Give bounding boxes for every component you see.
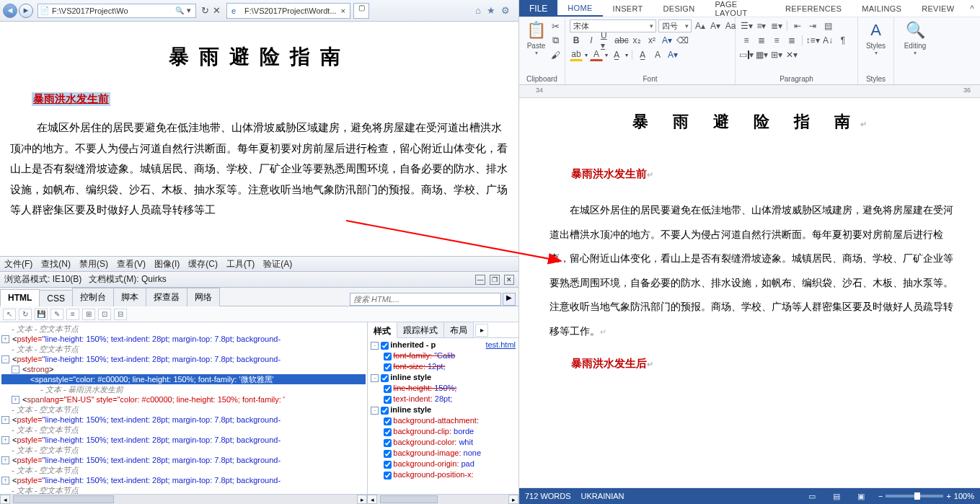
devtools-styles-panel[interactable]: -inherited - p test.html font-family: "C… <box>368 338 518 494</box>
shrink-font-icon[interactable]: A▾ <box>709 19 722 32</box>
dt-wrap-icon[interactable]: ≡ <box>66 309 79 320</box>
highlight-color-icon[interactable]: ab <box>570 48 583 61</box>
word-document-viewport[interactable]: 暴 雨 避 险 指 南↵ 暴雨洪水发生前↵ 在城区外居住的居民要避免在低洼地带、… <box>519 98 980 488</box>
dt-doc-mode[interactable]: 文档模式(M): Quirks <box>89 273 166 286</box>
asian-layout-icon[interactable]: ✕▾ <box>785 48 798 61</box>
snap-grid-icon[interactable]: ⊞▾ <box>770 48 783 61</box>
dt-restore-icon[interactable]: ❐ <box>490 275 500 285</box>
style-prop-toggle[interactable] <box>384 385 392 393</box>
ie-search-go-icon[interactable]: 🔍 <box>175 6 184 14</box>
ie-address-dropdown[interactable]: ▾ <box>184 6 194 15</box>
sort-icon[interactable]: A↓ <box>821 34 834 47</box>
status-word-count[interactable]: 712 WORDS <box>525 492 571 500</box>
phonetic-guide-icon[interactable]: A <box>651 48 664 61</box>
view-read-icon[interactable]: ▭ <box>805 492 819 501</box>
dt-collapse-icon[interactable]: ⊡ <box>98 309 111 320</box>
word-editing-button[interactable]: 🔍 Editing▾ <box>901 19 929 56</box>
border-icon[interactable]: ▦▾ <box>755 48 768 61</box>
style-prop-toggle[interactable] <box>384 353 392 361</box>
char-border-icon[interactable]: A▾ <box>666 48 679 61</box>
devtools-h-scrollbar[interactable]: ◂▸ ◂▸ <box>0 494 518 504</box>
dt-browser-mode[interactable]: 浏览器模式: IE10(B) <box>4 273 81 286</box>
style-prop-toggle[interactable] <box>384 472 392 479</box>
word-font-size-select[interactable]: 四号 <box>658 19 692 32</box>
dt-menu-find[interactable]: 查找(N) <box>41 258 71 270</box>
word-paste-button[interactable]: 📋 Paste ▾ <box>523 19 550 61</box>
word-tab-review[interactable]: REVIEW <box>911 0 964 17</box>
style-prop-toggle[interactable] <box>384 396 392 404</box>
dt-menu-verify[interactable]: 验证(A) <box>263 258 292 270</box>
align-left-icon[interactable]: ≡ <box>740 34 753 47</box>
bold-button[interactable]: B <box>570 34 583 47</box>
ie-refresh-icon[interactable]: ↻ <box>199 5 211 17</box>
dt-search-input[interactable] <box>350 293 501 306</box>
increase-indent-icon[interactable]: ⇥ <box>806 19 819 32</box>
ie-address-bar[interactable]: 📄 F:\VS2017Project\Wo 🔍 ▾ <box>37 4 196 18</box>
dt-side-tab-trace[interactable]: 跟踪样式 <box>397 322 444 337</box>
dt-side-more-icon[interactable]: ▸ <box>475 324 488 337</box>
dt-menu-view[interactable]: 查看(V) <box>117 258 146 270</box>
copy-icon[interactable]: ⧉ <box>550 35 562 46</box>
dt-search-go-button[interactable]: ▶ <box>503 293 516 306</box>
line-spacing-icon[interactable]: ↕≡▾ <box>806 34 819 47</box>
clear-format-icon[interactable]: ⌫ <box>676 34 689 47</box>
dt-clear-icon[interactable]: ⊟ <box>114 309 127 320</box>
style-prop-toggle[interactable] <box>384 428 392 436</box>
word-tab-insert[interactable]: INSERT <box>603 0 653 17</box>
dt-edit-icon[interactable]: ✎ <box>50 309 63 320</box>
dt-menu-file[interactable]: 文件(F) <box>4 258 32 270</box>
grow-font-icon[interactable]: A▴ <box>694 19 707 32</box>
dt-tab-html[interactable]: HTML <box>0 289 40 306</box>
ie-home-icon[interactable]: ⌂ <box>475 5 481 16</box>
align-center-icon[interactable]: ≣ <box>755 34 768 47</box>
devtools-dom-tree[interactable]: - 文本 - 空文本节点 +<p style="line-height: 150… <box>0 322 367 494</box>
ie-new-tab-button[interactable]: ▢ <box>353 3 369 19</box>
word-tab-design[interactable]: DESIGN <box>653 0 705 17</box>
text-effects-icon[interactable]: A▾ <box>661 34 674 47</box>
word-font-name-select[interactable]: 宋体 <box>570 19 656 32</box>
word-ribbon-collapse-icon[interactable]: ^ <box>964 0 980 17</box>
style-prop-toggle[interactable] <box>384 450 392 458</box>
ie-settings-icon[interactable]: ⚙ <box>501 5 510 16</box>
dt-save-icon[interactable]: 💾 <box>35 309 48 320</box>
font-color-icon[interactable]: A <box>590 48 603 61</box>
status-language[interactable]: UKRAINIAN <box>581 492 624 500</box>
dt-tab-network[interactable]: 网络 <box>187 288 220 306</box>
style-prop-toggle[interactable] <box>384 363 392 371</box>
dt-tab-css[interactable]: CSS <box>39 290 73 306</box>
align-right-icon[interactable]: ≡ <box>770 34 783 47</box>
word-tab-page-layout[interactable]: PAGE LAYOUT <box>705 0 775 17</box>
view-web-icon[interactable]: ▣ <box>854 492 868 501</box>
style-prop-toggle[interactable] <box>384 417 392 425</box>
style-prop-toggle[interactable] <box>384 439 392 447</box>
ie-back-button[interactable]: ◄ <box>3 4 17 18</box>
char-shading-icon[interactable]: A̲ <box>610 48 623 61</box>
dt-expand-icon[interactable]: ⊞ <box>82 309 95 320</box>
dt-side-tab-layout[interactable]: 布局 <box>444 322 474 337</box>
dt-menu-image[interactable]: 图像(I) <box>154 258 180 270</box>
dt-menu-cache[interactable]: 缓存(C) <box>188 258 218 270</box>
view-print-icon[interactable]: ▤ <box>829 492 844 501</box>
superscript-button[interactable]: x² <box>645 34 658 47</box>
dt-refresh-icon[interactable]: ↻ <box>19 309 32 320</box>
style-rule-toggle[interactable] <box>381 407 389 415</box>
ltr-icon[interactable]: ▤ <box>821 19 834 32</box>
word-tab-file[interactable]: FILE <box>519 0 557 17</box>
shading-icon[interactable]: ▭▾ <box>740 48 753 61</box>
ie-tab-close-icon[interactable]: × <box>341 6 345 15</box>
decrease-indent-icon[interactable]: ⇤ <box>791 19 804 32</box>
dt-tab-console[interactable]: 控制台 <box>72 288 114 306</box>
dt-menu-tools[interactable]: 工具(T) <box>226 258 255 270</box>
ie-forward-button[interactable]: ► <box>19 4 33 18</box>
ie-stop-icon[interactable]: ✕ <box>211 5 222 17</box>
style-source-link[interactable]: test.html <box>485 340 516 350</box>
dt-min-icon[interactable]: — <box>475 275 485 285</box>
word-tab-mailings[interactable]: MAILINGS <box>852 0 911 17</box>
zoom-slider[interactable]: −+ 100% <box>878 492 974 500</box>
style-rule-toggle[interactable] <box>381 342 389 350</box>
dt-select-element-icon[interactable]: ↖ <box>3 309 16 320</box>
strike-button[interactable]: abc <box>615 34 628 47</box>
style-prop-toggle[interactable] <box>384 461 392 469</box>
cut-icon[interactable]: ✂ <box>550 20 562 32</box>
numbering-icon[interactable]: ≡▾ <box>755 19 768 32</box>
